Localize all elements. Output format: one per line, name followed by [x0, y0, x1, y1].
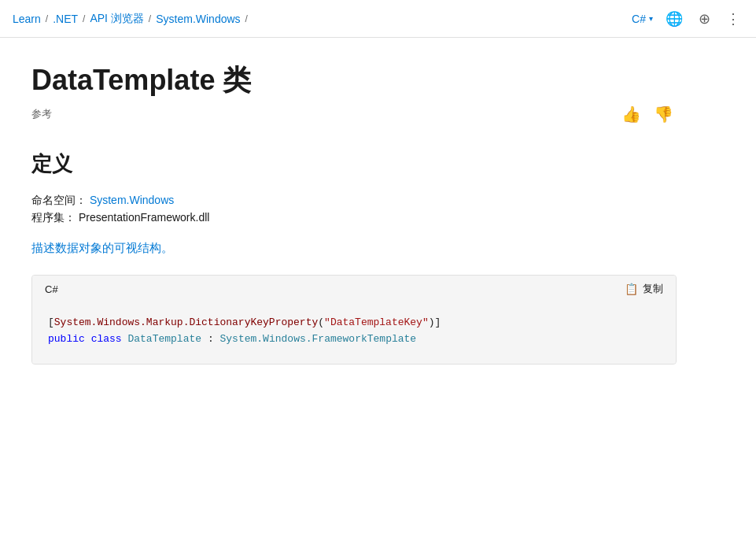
breadcrumb-sep-3: / — [147, 13, 153, 24]
thumbs-up-button[interactable]: 👍 — [618, 103, 644, 125]
breadcrumb-learn[interactable]: Learn — [13, 13, 41, 25]
namespace-label: 命名空间： — [31, 194, 87, 206]
subtitle-row: 参考 👍 👎 — [31, 103, 677, 125]
breadcrumb-dotnet[interactable]: .NET — [53, 13, 78, 25]
meta-row: 命名空间： System.Windows 程序集： PresentationFr… — [31, 194, 677, 225]
globe-button[interactable]: 🌐 — [662, 7, 686, 31]
assembly-value: PresentationFramework.dll — [79, 211, 210, 224]
assembly-item: 程序集： PresentationFramework.dll — [31, 211, 677, 225]
more-button[interactable]: ⋮ — [723, 7, 743, 31]
code-paren-open: ( — [318, 316, 324, 328]
definition-section: 定义 命名空间： System.Windows 程序集： Presentatio… — [31, 150, 677, 365]
top-nav: Learn / .NET / API 浏览器 / System.Windows … — [0, 0, 756, 38]
code-keyword-public: public — [48, 333, 85, 345]
breadcrumb-sep-4: / — [244, 13, 249, 24]
nav-actions: C# ▾ 🌐 ⊕ ⋮ — [632, 7, 743, 31]
copy-button[interactable]: 📋 复制 — [625, 282, 663, 296]
description-text: 描述数据对象的可视结构。 — [31, 241, 677, 256]
breadcrumb-sep-1: / — [44, 13, 50, 24]
chevron-down-icon: ▾ — [649, 14, 653, 23]
code-class-name: DataTemplate — [127, 333, 201, 345]
thumbs-up-icon: 👍 — [621, 105, 641, 123]
code-colon: : — [208, 333, 214, 345]
definition-title: 定义 — [31, 150, 677, 178]
code-keyword-class: class — [91, 333, 122, 345]
namespace-link[interactable]: System.Windows — [90, 194, 174, 206]
globe-icon: 🌐 — [666, 10, 683, 28]
code-string: "DataTemplateKey" — [324, 316, 429, 328]
code-base-class: System.Windows.FrameworkTemplate — [220, 333, 417, 345]
thumbs-down-button[interactable]: 👎 — [651, 103, 677, 125]
breadcrumb-api-browser[interactable]: API 浏览器 — [90, 12, 143, 26]
code-block-header: C# 📋 复制 — [32, 276, 676, 302]
code-attribute: System.Windows.Markup.DictionaryKeyPrope… — [54, 316, 318, 328]
feedback-icons: 👍 👎 — [618, 103, 677, 125]
breadcrumb-sep-2: / — [81, 13, 87, 24]
thumbs-down-icon: 👎 — [654, 105, 673, 123]
code-paren-close: ) — [429, 316, 435, 328]
namespace-item: 命名空间： System.Windows — [31, 194, 677, 208]
code-pre: [System.Windows.Markup.DictionaryKeyProp… — [48, 315, 660, 348]
code-bracket-open: [ — [48, 316, 54, 328]
subtitle-label: 参考 — [31, 107, 52, 121]
breadcrumb-system-windows[interactable]: System.Windows — [156, 13, 240, 25]
copy-icon: 📋 — [625, 283, 638, 295]
assembly-label: 程序集： — [31, 211, 76, 224]
code-block-body: [System.Windows.Markup.DictionaryKeyProp… — [32, 302, 676, 364]
add-button[interactable]: ⊕ — [695, 7, 714, 31]
code-block-wrapper: C# 📋 复制 [System.Windows.Markup.Dictionar… — [31, 275, 677, 365]
code-lang-label: C# — [45, 283, 58, 295]
breadcrumb: Learn / .NET / API 浏览器 / System.Windows … — [13, 12, 249, 26]
main-content: DataTemplate 类 参考 👍 👎 定义 命名空间： System.Wi… — [0, 38, 708, 396]
copy-label: 复制 — [643, 282, 663, 296]
language-label: C# — [632, 13, 646, 25]
ellipsis-icon: ⋮ — [726, 10, 740, 28]
code-bracket-close: ] — [435, 316, 441, 328]
page-title: DataTemplate 类 — [31, 63, 677, 97]
language-selector[interactable]: C# ▾ — [632, 13, 653, 25]
add-icon: ⊕ — [699, 10, 710, 28]
